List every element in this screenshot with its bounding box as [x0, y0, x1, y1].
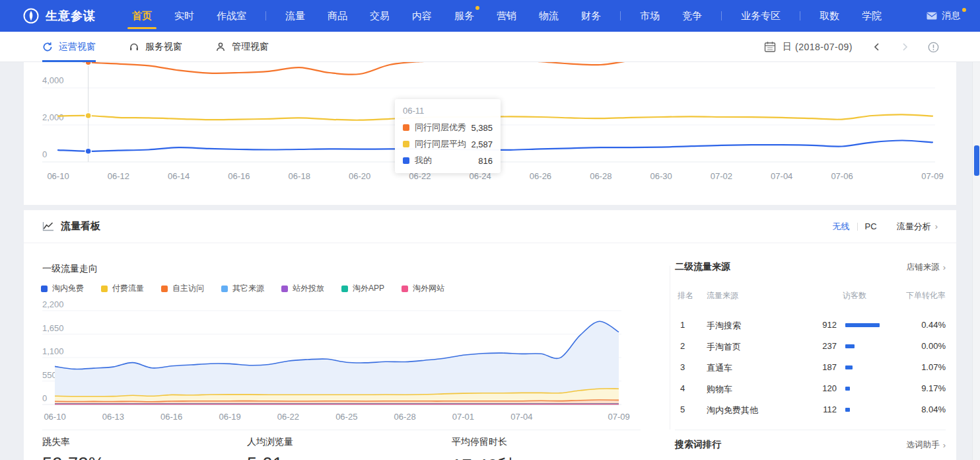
- date-value[interactable]: (2018-07-09): [795, 42, 853, 52]
- tooltip-row: 同行同层平均 2,587: [403, 138, 493, 150]
- nav-finance[interactable]: 财务: [581, 0, 601, 32]
- svg-text:07-09: 07-09: [608, 412, 629, 422]
- col-source: 流量来源: [707, 290, 738, 301]
- nav-home[interactable]: 首页: [132, 0, 152, 32]
- brand[interactable]: 生意参谋: [22, 7, 96, 24]
- stat-avg-pageviews: 人均浏览量 5.01: [247, 436, 293, 460]
- rank-cell: 4: [680, 383, 685, 393]
- next-date-button[interactable]: [901, 42, 909, 52]
- legend-item[interactable]: 淘内免费: [41, 283, 84, 294]
- shop-source-link[interactable]: 店铺来源 ›: [907, 262, 946, 273]
- svg-text:0: 0: [42, 149, 47, 159]
- nav-service[interactable]: 服务: [454, 0, 474, 32]
- stat-label: 平均停留时长: [452, 436, 516, 448]
- tooltip-series-label: 同行同层优秀: [415, 122, 466, 134]
- visitors-bar: [845, 344, 855, 348]
- tooltip-row: 我的 816: [403, 155, 493, 167]
- nav-realtime[interactable]: 实时: [174, 0, 194, 32]
- table-header: 排名 流量来源 访客数 下单转化率: [675, 290, 946, 301]
- top-navbar: 生意参谋 首页 实时 作战室 流量 商品 交易 内容 服务 营销 物流 财务 市…: [0, 0, 980, 32]
- svg-text:07-04: 07-04: [510, 412, 532, 422]
- conversion-cell: 1.07%: [921, 362, 946, 372]
- chart-tooltip: 06-11 同行同层优秀 5,385 同行同层平均 2,587 我的 816: [395, 99, 501, 173]
- scrollbar-track[interactable]: [972, 32, 980, 460]
- messages-entry[interactable]: 消息: [927, 10, 960, 22]
- date-granularity[interactable]: 日: [783, 41, 792, 53]
- svg-text:550: 550: [42, 370, 57, 380]
- legend-item[interactable]: 其它来源: [221, 283, 264, 294]
- traffic-board-card: 流量看板 无线 PC 流量分析 › 一级流量走向 淘内免费 付费流量 自主访问 …: [24, 210, 956, 460]
- svg-text:06-28: 06-28: [394, 412, 415, 422]
- calendar-icon[interactable]: [764, 41, 776, 53]
- table-row[interactable]: 3 直通车 187 1.07%: [675, 361, 946, 374]
- tab-management-view[interactable]: 管理视窗: [215, 32, 269, 62]
- messages-label: 消息: [942, 10, 960, 22]
- svg-text:1,100: 1,100: [42, 346, 64, 356]
- legend-swatch: [221, 286, 228, 292]
- legend-item[interactable]: 付费流量: [101, 283, 144, 294]
- nav-traffic[interactable]: 流量: [285, 0, 305, 32]
- stat-value: 59.73%: [42, 454, 105, 460]
- nav-goods[interactable]: 商品: [328, 0, 347, 32]
- tooltip-series-label: 我的: [415, 155, 432, 167]
- table-row[interactable]: 1 手淘搜索 912 0.44%: [675, 319, 946, 332]
- visitors-cell: 237: [822, 341, 837, 351]
- headset-icon: [129, 42, 139, 52]
- conversion-cell: 0.00%: [921, 341, 946, 351]
- table-row[interactable]: 4 购物车 120 9.17%: [675, 382, 946, 395]
- source-name-cell: 淘内免费其他: [707, 404, 758, 416]
- nav-warroom[interactable]: 作战室: [217, 0, 246, 32]
- svg-text:06-10: 06-10: [47, 171, 69, 181]
- svg-text:06-22: 06-22: [277, 412, 299, 422]
- legend-swatch: [341, 286, 348, 292]
- legend-item[interactable]: 站外投放: [281, 283, 324, 294]
- tooltip-series-label: 同行同层平均: [415, 138, 466, 150]
- message-icon: [927, 12, 937, 20]
- nav-content[interactable]: 内容: [412, 0, 432, 32]
- nav-marketing[interactable]: 营销: [497, 0, 516, 32]
- tooltip-row: 同行同层优秀 5,385: [403, 122, 493, 134]
- nav-service-label: 服务: [454, 10, 474, 21]
- visitors-bar: [845, 408, 850, 412]
- nav-academy[interactable]: 学院: [862, 0, 882, 32]
- tab-operation-label: 运营视窗: [59, 41, 96, 53]
- nav-trade[interactable]: 交易: [370, 0, 390, 32]
- nav-business-zone[interactable]: 业务专区: [741, 0, 781, 32]
- svg-text:06-10: 06-10: [44, 412, 65, 422]
- table-row[interactable]: 2 手淘首页 237 0.00%: [675, 340, 946, 353]
- legend-item[interactable]: 淘外网站: [402, 283, 444, 294]
- tooltip-date: 06-11: [403, 106, 493, 116]
- legend-label: 淘外APP: [353, 283, 384, 294]
- visitors-bar: [845, 365, 853, 369]
- shop-source-label: 店铺来源: [907, 262, 940, 273]
- nav-logistics[interactable]: 物流: [539, 0, 559, 32]
- nav-competition[interactable]: 竞争: [682, 0, 702, 32]
- search-words-header: 搜索词排行 选词助手 ›: [675, 439, 946, 451]
- nav-separator: [800, 11, 800, 20]
- legend-swatch: [402, 286, 408, 292]
- scrollbar-thumb[interactable]: [974, 145, 979, 176]
- svg-text:07-06: 07-06: [831, 171, 853, 181]
- word-helper-link[interactable]: 选词助手 ›: [907, 440, 946, 451]
- legend-item[interactable]: 淘外APP: [341, 283, 384, 294]
- legend-label: 淘外网站: [413, 283, 444, 294]
- svg-text:06-16: 06-16: [228, 171, 250, 181]
- prev-date-button[interactable]: [872, 42, 881, 52]
- chevron-right-icon: ›: [943, 440, 946, 450]
- svg-text:06-28: 06-28: [590, 171, 612, 181]
- legend-item[interactable]: 自主访问: [161, 283, 204, 294]
- source-name-cell: 直通车: [707, 362, 732, 374]
- legend-label: 付费流量: [112, 283, 144, 294]
- nav-separator: [620, 11, 621, 20]
- svg-text:06-19: 06-19: [219, 412, 240, 422]
- table-row[interactable]: 5 淘内免费其他 112 8.04%: [675, 403, 946, 416]
- stat-value: 17.49秒: [452, 454, 516, 460]
- tab-service-view[interactable]: 服务视窗: [129, 32, 182, 62]
- stat-value: 5.01: [247, 454, 293, 460]
- nav-market[interactable]: 市场: [640, 0, 660, 32]
- info-icon[interactable]: [928, 42, 939, 53]
- svg-text:2,000: 2,000: [42, 112, 64, 122]
- panel-header: 二级流量来源 店铺来源 ›: [675, 261, 946, 273]
- nav-data-fetch[interactable]: 取数: [820, 0, 839, 32]
- tab-operation-view[interactable]: 运营视窗: [42, 32, 96, 62]
